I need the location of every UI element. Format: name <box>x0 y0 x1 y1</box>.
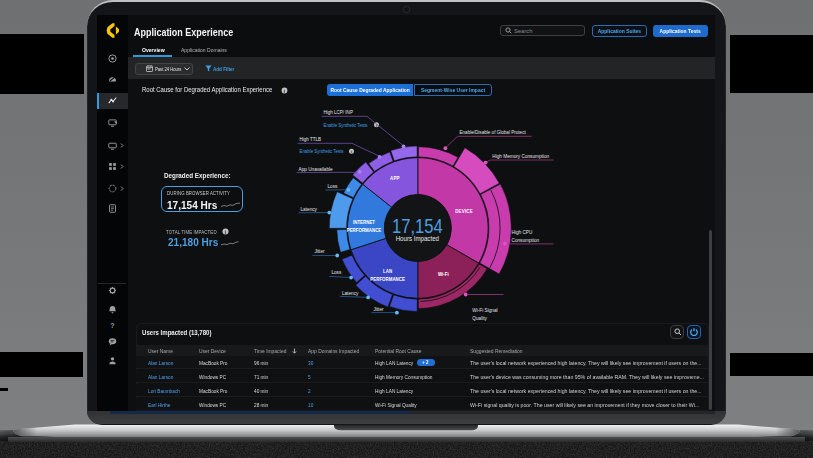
svg-text:Hours Impacted: Hours Impacted <box>396 234 440 243</box>
svg-text:Loss: Loss <box>328 183 338 189</box>
svg-text:DEVICE: DEVICE <box>455 208 473 213</box>
svg-text:Enable/Disable of Global Prote: Enable/Disable of Global Protect <box>460 129 527 136</box>
svg-text:Wi-Fi: Wi-Fi <box>438 272 449 277</box>
svg-text:INTERNET: INTERNET <box>353 220 375 225</box>
svg-text:APP: APP <box>390 175 400 180</box>
svg-text:Loss: Loss <box>331 269 341 275</box>
svg-text:Enable Synthetic Tests: Enable Synthetic Tests <box>300 148 344 155</box>
svg-text:High Memory Consumption: High Memory Consumption <box>492 153 549 159</box>
svg-text:i: i <box>351 149 352 154</box>
svg-text:Jitter: Jitter <box>314 248 324 254</box>
svg-text:App Unavailable: App Unavailable <box>299 165 333 171</box>
svg-text:High CPU: High CPU <box>512 228 533 234</box>
svg-text:Wi-Fi Signal: Wi-Fi Signal <box>472 306 497 312</box>
svg-text:High TTLB: High TTLB <box>300 135 322 142</box>
svg-text:Enable Synthetic Tests: Enable Synthetic Tests <box>324 121 368 128</box>
svg-text:Quality: Quality <box>472 314 487 320</box>
svg-text:LAN: LAN <box>383 269 393 274</box>
svg-text:Consumption: Consumption <box>512 236 540 242</box>
svg-text:PERFORMANCE: PERFORMANCE <box>347 228 382 233</box>
svg-text:i: i <box>283 88 284 93</box>
svg-text:Latency: Latency <box>342 289 359 295</box>
svg-text:Latency: Latency <box>301 205 318 211</box>
svg-text:Jitter: Jitter <box>373 305 383 311</box>
svg-text:High LCP/ INP: High LCP/ INP <box>324 108 354 115</box>
svg-text:PERFORMANCE: PERFORMANCE <box>370 277 405 282</box>
svg-text:i: i <box>224 230 225 235</box>
